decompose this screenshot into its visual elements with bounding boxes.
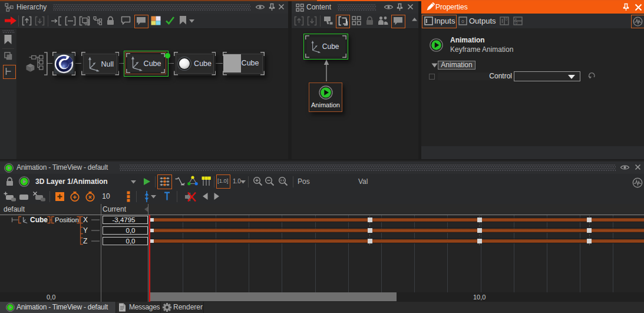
svg-text:0: 0: [516, 21, 518, 25]
svg-text:0: 0: [506, 17, 508, 21]
svg-text:0: 0: [461, 19, 464, 24]
